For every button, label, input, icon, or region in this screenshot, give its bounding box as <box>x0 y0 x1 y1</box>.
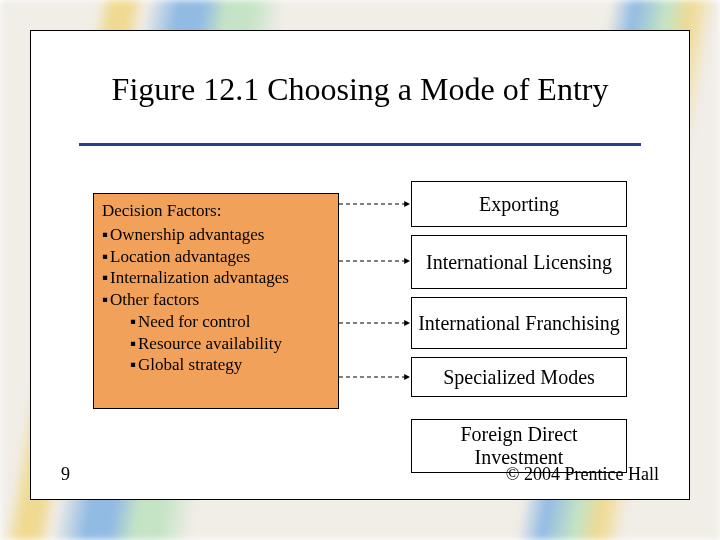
mode-label: International Franchising <box>418 312 620 335</box>
title-underline <box>79 143 641 146</box>
decision-factors-box: Decision Factors: Ownership advantages L… <box>93 193 339 409</box>
factor-subitem: Global strategy <box>130 354 330 376</box>
factor-item: Location advantages <box>102 246 330 268</box>
figure-title: Figure 12.1 Choosing a Mode of Entry <box>31 71 689 108</box>
mode-box-international-licensing: International Licensing <box>411 235 627 289</box>
slide-card: Figure 12.1 Choosing a Mode of Entry Dec… <box>30 30 690 500</box>
factor-item: Ownership advantages <box>102 224 330 246</box>
mode-box-international-franchising: International Franchising <box>411 297 627 349</box>
factor-item: Other factors <box>102 289 330 311</box>
factors-heading: Decision Factors: <box>102 200 330 222</box>
factors-sublist: Need for control Resource availability G… <box>102 311 330 376</box>
factor-item: Internalization advantages <box>102 267 330 289</box>
mode-box-exporting: Exporting <box>411 181 627 227</box>
mode-label: Specialized Modes <box>443 366 595 389</box>
copyright-text: © 2004 Prentice Hall <box>506 464 659 485</box>
page-number: 9 <box>61 464 70 485</box>
mode-box-specialized-modes: Specialized Modes <box>411 357 627 397</box>
factor-subitem: Resource availability <box>130 333 330 355</box>
factor-subitem: Need for control <box>130 311 330 333</box>
factors-list: Ownership advantages Location advantages… <box>102 224 330 311</box>
mode-label: Exporting <box>479 193 559 216</box>
mode-label: International Licensing <box>426 251 612 274</box>
mode-label: Foreign Direct Investment <box>418 423 620 469</box>
